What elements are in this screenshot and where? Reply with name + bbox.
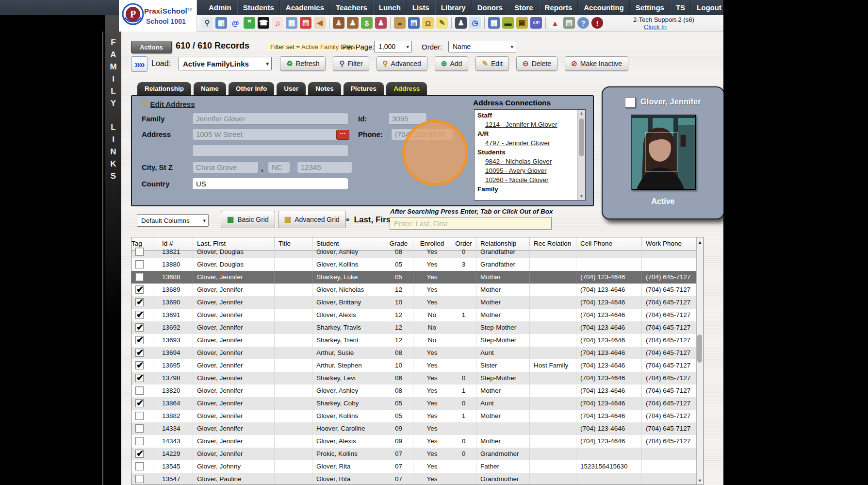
address-field[interactable] — [192, 128, 348, 140]
calendar-grid-icon[interactable]: ▦ — [286, 17, 297, 29]
family-icon[interactable]: ♟ — [375, 17, 387, 29]
connection-item[interactable]: A/R — [477, 129, 577, 138]
edit-button[interactable]: ✎ Edit — [475, 56, 509, 71]
scroll-up-icon[interactable]: ▲ — [578, 110, 585, 117]
library-icon[interactable]: ▤ — [408, 17, 420, 29]
connection-item[interactable]: 9842 - Nicholas Glover — [477, 157, 577, 166]
table-row[interactable]: 13820 Glover, Jennifer Glover, Ashley 08… — [131, 385, 697, 397]
table-row[interactable]: 13689 Glover, Jennifer Glover, Nicholas … — [131, 284, 697, 296]
row-checkbox[interactable] — [135, 424, 144, 433]
row-checkbox[interactable] — [135, 374, 144, 382]
nav-item-teachers[interactable]: Teachers — [330, 0, 373, 15]
tab-notes[interactable]: Notes — [308, 82, 341, 95]
nav-item-academics[interactable]: Academics — [280, 0, 330, 15]
scrollbar-thumb[interactable] — [579, 118, 584, 156]
country-field[interactable] — [192, 178, 348, 190]
actions-button[interactable]: Actions — [131, 41, 172, 53]
zip-field[interactable] — [297, 161, 352, 173]
nav-item-lunch[interactable]: Lunch — [373, 0, 407, 15]
nav-item-lists[interactable]: Lists — [407, 0, 435, 15]
scroll-down-icon[interactable]: ▼ — [697, 478, 703, 483]
per-page-select[interactable]: 1,000▾ — [374, 41, 412, 52]
row-checkbox[interactable] — [135, 349, 144, 357]
ap-icon[interactable]: A/P — [530, 17, 542, 29]
pdf-icon[interactable]: ▲ — [549, 17, 561, 29]
order-select[interactable]: Name▾ — [448, 41, 516, 52]
connection-item[interactable]: Family — [477, 184, 577, 194]
edit-address-link[interactable]: ✎Edit Address — [142, 100, 195, 109]
table-row[interactable]: 13688 Glover, Jennifer Sharkey, Luke 05 … — [131, 271, 697, 284]
connection-item[interactable]: Staff — [477, 111, 577, 120]
tab-pictures[interactable]: Pictures — [344, 82, 384, 95]
table-row[interactable]: 13864 Glover, Jennifer Sharkey, Coby 05 … — [131, 397, 697, 410]
row-checkbox[interactable] — [135, 273, 144, 281]
nav-item-accounting[interactable]: Accounting — [578, 0, 630, 15]
tab-address[interactable]: Address — [386, 82, 427, 95]
connection-item[interactable]: Students — [477, 148, 577, 157]
connections-scrollbar[interactable]: ▲ ▼ — [577, 110, 585, 200]
table-row[interactable]: 13882 Glover, Jennifer Glover, Kollins 0… — [131, 410, 697, 422]
bell-icon[interactable]: Ω — [422, 17, 434, 29]
family-field[interactable] — [192, 113, 348, 125]
row-checkbox[interactable] — [135, 336, 144, 344]
city-field[interactable] — [192, 161, 259, 173]
row-checkbox[interactable] — [135, 450, 144, 458]
advanced-button[interactable]: ⚲ Advanced — [377, 56, 427, 71]
row-checkbox[interactable] — [135, 361, 144, 369]
search-icon[interactable]: ⚲ — [201, 17, 213, 29]
row-checkbox[interactable] — [135, 475, 144, 483]
delete-button[interactable]: ⊖ Delete — [516, 56, 557, 71]
table-row[interactable]: 13692 Glover, Jennifer Sharkey, Travis 1… — [131, 321, 697, 334]
row-checkbox[interactable] — [135, 323, 144, 332]
advanced-grid-button[interactable]: ▦ Advanced Grid — [278, 211, 346, 228]
load-select[interactable]: Active FamilyLinks▾ — [179, 57, 272, 70]
nav-item-library[interactable]: Library — [435, 0, 472, 15]
refresh-button[interactable]: ♻ Refresh — [280, 56, 326, 71]
row-checkbox[interactable] — [135, 412, 144, 420]
check-printer-icon[interactable]: ▣ — [516, 17, 528, 29]
table-row[interactable]: 13695 Glover, Jennifer Arthur, Stephen 1… — [131, 359, 697, 372]
connection-item[interactable]: 4797 - Jennifer Glover — [477, 138, 577, 148]
tab-relationship[interactable]: Relationship — [137, 82, 191, 95]
table-row[interactable]: 13880 Glover, Douglas Glover, Kollins 05… — [131, 258, 697, 271]
row-checkbox[interactable] — [135, 248, 144, 256]
row-checkbox[interactable] — [135, 311, 144, 319]
tab-name[interactable]: Name — [194, 82, 226, 95]
time-clock-icon[interactable]: ◷ — [469, 17, 481, 29]
chat-icon[interactable]: ❞ — [244, 17, 255, 29]
table-row[interactable]: 13690 Glover, Jennifer Glover, Brittany … — [131, 296, 697, 309]
toolbar-icon[interactable] — [545, 17, 546, 29]
person-add-icon[interactable]: ♟ — [333, 17, 344, 29]
table-row[interactable]: 13798 Glover, Jennifer Sharkey, Levi 06 … — [131, 372, 697, 385]
make-inactive-button[interactable]: ⊘ Make Inactive — [565, 56, 628, 71]
connection-item[interactable]: 10260 - Nicole Glover — [477, 175, 577, 184]
fast-load-button[interactable]: »» — [131, 56, 147, 72]
table-row[interactable]: 13691 Glover, Jennifer Glover, Alexis 12… — [131, 309, 697, 321]
nav-item-donors[interactable]: Donors — [472, 0, 509, 15]
row-checkbox[interactable] — [135, 386, 144, 395]
lunch-icon[interactable]: ≡ — [394, 17, 406, 29]
connection-item[interactable]: 1214 - Jennifer M.Glover — [477, 120, 577, 129]
nav-item-settings[interactable]: Settings — [630, 0, 670, 15]
tab-other-info[interactable]: Other Info — [229, 82, 275, 95]
table-row[interactable]: 14229 Glover, Jennifer Prokic, Kollins 0… — [131, 448, 697, 460]
table-row[interactable]: 13547 Glover, Pauline Glover, Rita 07 Ye… — [131, 473, 697, 485]
stop-icon[interactable]: ! — [591, 17, 603, 29]
person-icon[interactable]: ♟ — [347, 17, 359, 29]
toolbar-icon[interactable] — [329, 17, 329, 29]
row-checkbox[interactable] — [135, 399, 144, 407]
row-checkbox[interactable] — [135, 437, 144, 445]
columns-select[interactable]: Default Columns▾ — [137, 214, 209, 227]
mobile-phone-icon[interactable]: ☎ — [258, 17, 269, 29]
add-button[interactable]: ⊕ Add — [435, 56, 469, 71]
table-row[interactable]: 13693 Glover, Jennifer Sharkey, Trent 12… — [131, 334, 697, 347]
tab-user[interactable]: User — [277, 82, 306, 95]
payment-card-icon[interactable]: ▬ — [502, 17, 514, 29]
staff-icon[interactable]: ♟ — [455, 17, 467, 29]
scroll-up-icon[interactable]: ▲ — [697, 240, 703, 245]
table-row[interactable]: 13545 Glover, Johnny Glover, Rita 07 Yes… — [131, 460, 697, 473]
table-scrollbar[interactable]: ▲ ▼ — [696, 237, 703, 485]
lastfirst-search-input[interactable] — [390, 217, 552, 230]
scroll-down-icon[interactable]: ▼ — [578, 193, 585, 200]
row-checkbox[interactable] — [135, 260, 144, 268]
